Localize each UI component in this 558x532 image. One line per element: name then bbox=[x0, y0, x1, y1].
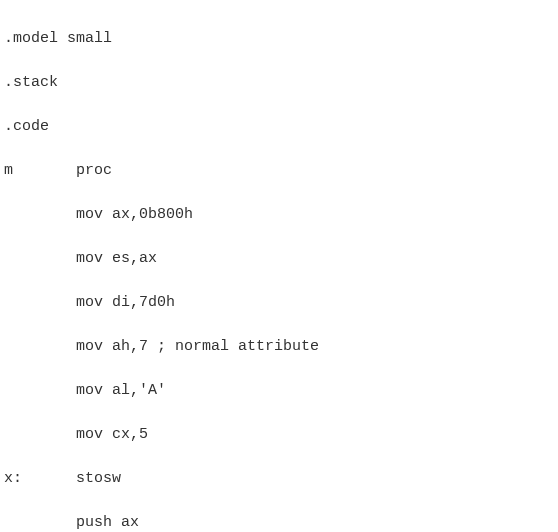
code-line: .model small bbox=[4, 28, 554, 50]
code-line: .stack bbox=[4, 72, 554, 94]
code-line: push ax bbox=[4, 512, 554, 532]
code-line: mov ax,0b800h bbox=[4, 204, 554, 226]
code-line: mov ah,7 ; normal attribute bbox=[4, 336, 554, 358]
code-line: mov di,7d0h bbox=[4, 292, 554, 314]
code-line: x: stosw bbox=[4, 468, 554, 490]
assembly-code-block: .model small .stack .code m proc mov ax,… bbox=[0, 0, 558, 532]
code-line: mov al,'A' bbox=[4, 380, 554, 402]
code-line: m proc bbox=[4, 160, 554, 182]
code-line: mov es,ax bbox=[4, 248, 554, 270]
code-line: .code bbox=[4, 116, 554, 138]
code-line: mov cx,5 bbox=[4, 424, 554, 446]
